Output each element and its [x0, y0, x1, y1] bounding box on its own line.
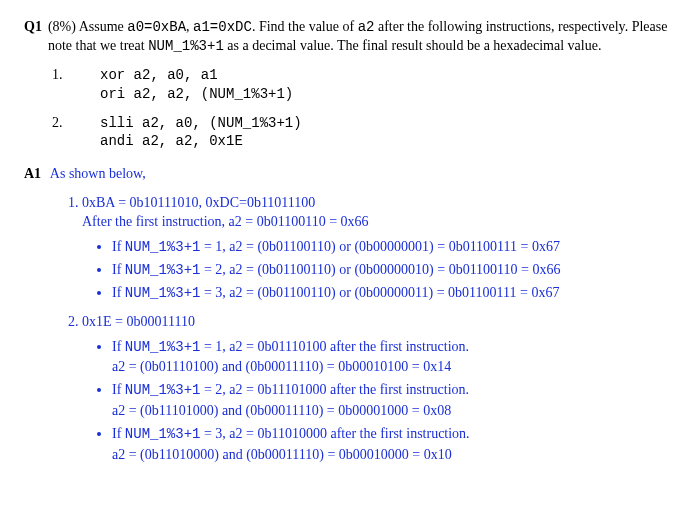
question-code-a1: a1=0xDC — [193, 19, 252, 35]
answer-part2-header: 0x1E = 0b00011110 — [82, 313, 676, 332]
list-item: If NUM_1%3+1 = 3, a2 = 0b11010000 after … — [112, 425, 676, 465]
answer-body: 0xBA = 0b10111010, 0xDC=0b11011100 After… — [58, 194, 676, 465]
instruction-code: xor a2, a0, a1 ori a2, a2, (NUM_1%3+1) — [100, 66, 293, 104]
num-code: NUM_1%3+1 — [125, 382, 201, 398]
answer-intro: As shown below, — [50, 166, 146, 181]
question-text: Assume — [79, 19, 128, 34]
list-item: If NUM_1%3+1 = 3, a2 = (0b01100110) or (… — [112, 284, 676, 303]
answer-label: A1 — [24, 166, 41, 181]
num-code: NUM_1%3+1 — [125, 426, 201, 442]
question-percent: (8%) — [48, 19, 76, 34]
num-code: NUM_1%3+1 — [125, 339, 201, 355]
answer-subline: a2 = (0b01110100) and (0b00011110) = 0b0… — [112, 358, 676, 377]
instruction-code: slli a2, a0, (NUM_1%3+1) andi a2, a2, 0x… — [100, 114, 302, 152]
answer-part-1: 0xBA = 0b10111010, 0xDC=0b11011100 After… — [82, 194, 676, 302]
answer-part-2: 0x1E = 0b00011110 If NUM_1%3+1 = 1, a2 =… — [82, 313, 676, 465]
answer-part2-bullets: If NUM_1%3+1 = 1, a2 = 0b01110100 after … — [82, 338, 676, 465]
num-code: NUM_1%3+1 — [125, 285, 201, 301]
list-item: If NUM_1%3+1 = 1, a2 = (0b01100110) or (… — [112, 238, 676, 257]
list-item: If NUM_1%3+1 = 2, a2 = (0b01100110) or (… — [112, 261, 676, 280]
question-block: Q1 (8%) Assume a0=0xBA, a1=0xDC. Find th… — [24, 18, 676, 56]
question-text: . Find the value of — [252, 19, 358, 34]
answer-part1-bullets: If NUM_1%3+1 = 1, a2 = (0b01100110) or (… — [82, 238, 676, 303]
question-code-a0: a0=0xBA — [127, 19, 186, 35]
instruction-item: 2. slli a2, a0, (NUM_1%3+1) andi a2, a2,… — [52, 114, 676, 152]
instruction-list: 1. xor a2, a0, a1 ori a2, a2, (NUM_1%3+1… — [52, 66, 676, 152]
question-code-a2: a2 — [358, 19, 375, 35]
question-label: Q1 — [24, 18, 42, 37]
instruction-number: 2. — [52, 114, 100, 133]
list-item: If NUM_1%3+1 = 2, a2 = 0b11101000 after … — [112, 381, 676, 421]
question-sep: , — [186, 19, 193, 34]
num-code: NUM_1%3+1 — [125, 262, 201, 278]
question-code-num: NUM_1%3+1 — [148, 38, 224, 54]
list-item: If NUM_1%3+1 = 1, a2 = 0b01110100 after … — [112, 338, 676, 378]
question-text: as a decimal value. The final result sho… — [224, 38, 602, 53]
answer-part1-after: After the first instruction, a2 = 0b0110… — [82, 213, 676, 232]
question-body: (8%) Assume a0=0xBA, a1=0xDC. Find the v… — [48, 18, 676, 56]
answer-header: A1 As shown below, — [24, 165, 676, 184]
num-code: NUM_1%3+1 — [125, 239, 201, 255]
instruction-number: 1. — [52, 66, 100, 85]
answer-part1-header: 0xBA = 0b10111010, 0xDC=0b11011100 — [82, 194, 676, 213]
instruction-item: 1. xor a2, a0, a1 ori a2, a2, (NUM_1%3+1… — [52, 66, 676, 104]
answer-subline: a2 = (0b11101000) and (0b00011110) = 0b0… — [112, 402, 676, 421]
answer-subline: a2 = (0b11010000) and (0b00011110) = 0b0… — [112, 446, 676, 465]
